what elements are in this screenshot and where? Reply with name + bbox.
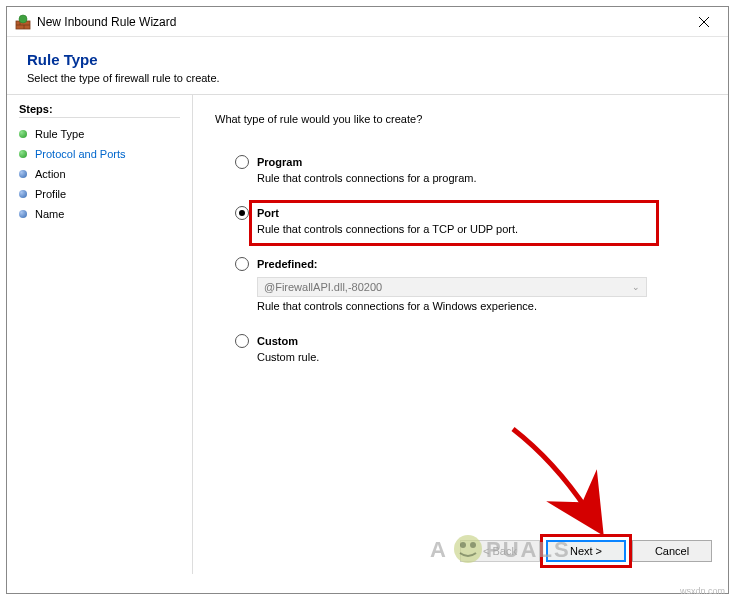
radio-custom[interactable] <box>235 334 249 348</box>
step-label: Protocol and Ports <box>35 148 126 160</box>
step-label: Name <box>35 208 64 220</box>
step-label: Action <box>35 168 66 180</box>
window-title: New Inbound Rule Wizard <box>37 15 681 29</box>
firewall-icon <box>15 14 31 30</box>
option-custom: Custom Custom rule. <box>235 334 706 363</box>
option-label: Program <box>257 156 302 168</box>
page-title: Rule Type <box>27 51 708 68</box>
dropdown-value: @FirewallAPI.dll,-80200 <box>264 281 382 293</box>
predefined-dropdown[interactable]: @FirewallAPI.dll,-80200 ⌄ <box>257 277 647 297</box>
step-bullet-icon <box>19 210 27 218</box>
steps-title: Steps: <box>19 103 180 118</box>
close-button[interactable] <box>681 8 726 36</box>
back-button: < Back <box>460 540 540 562</box>
option-desc: Rule that controls connections for a TCP… <box>257 223 706 235</box>
steps-sidebar: Steps: Rule Type Protocol and Ports Acti… <box>7 95 193 574</box>
header: Rule Type Select the type of firewall ru… <box>7 37 728 94</box>
option-predefined: Predefined: @FirewallAPI.dll,-80200 ⌄ Ru… <box>235 257 706 312</box>
prompt-text: What type of rule would you like to crea… <box>215 113 706 125</box>
step-name[interactable]: Name <box>19 204 180 224</box>
option-desc: Rule that controls connections for a pro… <box>257 172 706 184</box>
option-program: Program Rule that controls connections f… <box>235 155 706 184</box>
option-label: Custom <box>257 335 298 347</box>
radio-program[interactable] <box>235 155 249 169</box>
main-panel: What type of rule would you like to crea… <box>193 95 728 574</box>
step-label: Profile <box>35 188 66 200</box>
step-rule-type[interactable]: Rule Type <box>19 124 180 144</box>
step-action[interactable]: Action <box>19 164 180 184</box>
step-bullet-icon <box>19 170 27 178</box>
chevron-down-icon: ⌄ <box>632 282 640 292</box>
footer-buttons: < Back Next > Cancel <box>460 540 712 562</box>
close-icon <box>699 17 709 27</box>
radio-port[interactable] <box>235 206 249 220</box>
cancel-button[interactable]: Cancel <box>632 540 712 562</box>
step-label: Rule Type <box>35 128 84 140</box>
radio-predefined[interactable] <box>235 257 249 271</box>
option-desc: Rule that controls connections for a Win… <box>257 300 706 312</box>
options-group: Program Rule that controls connections f… <box>215 155 706 363</box>
option-label: Predefined: <box>257 258 318 270</box>
step-bullet-icon <box>19 150 27 158</box>
option-desc: Custom rule. <box>257 351 706 363</box>
content: Steps: Rule Type Protocol and Ports Acti… <box>7 94 728 574</box>
step-bullet-icon <box>19 130 27 138</box>
page-subtitle: Select the type of firewall rule to crea… <box>27 72 708 84</box>
next-button[interactable]: Next > <box>546 540 626 562</box>
step-protocol-ports[interactable]: Protocol and Ports <box>19 144 180 164</box>
step-profile[interactable]: Profile <box>19 184 180 204</box>
option-port: Port Rule that controls connections for … <box>235 206 706 235</box>
option-label: Port <box>257 207 279 219</box>
watermark-text: wsxdn.com <box>680 586 725 596</box>
titlebar: New Inbound Rule Wizard <box>7 7 728 37</box>
wizard-dialog: New Inbound Rule Wizard Rule Type Select… <box>6 6 729 594</box>
step-bullet-icon <box>19 190 27 198</box>
annotation-arrow <box>498 424 618 534</box>
